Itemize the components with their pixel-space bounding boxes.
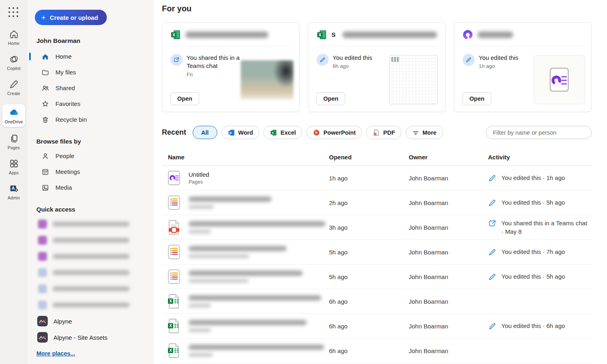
filter-pill-pdf[interactable]: PDF [366, 126, 401, 139]
plus-icon: + [41, 14, 46, 21]
table-header: Name Opened Owner Activity [162, 149, 592, 166]
pill-label: All [201, 129, 209, 136]
table-row[interactable]: 2h ago John Boarman You edited this · 5h… [162, 190, 592, 215]
filter-pill-excel[interactable]: X Excel [263, 126, 302, 139]
redacted-text [53, 238, 129, 243]
table-row[interactable]: X 6h ago John Boarman You edited this · … [162, 314, 592, 339]
sidebar-item-media[interactable]: Media [35, 180, 149, 195]
rail-item-create[interactable]: Create [2, 79, 26, 96]
table-row[interactable]: 5h ago John Boarman You edited this · 7h… [162, 240, 592, 265]
for-you-card-2[interactable]: X S You edited this 6h ago Open [308, 22, 446, 112]
rail-item-apps[interactable]: Apps [2, 159, 26, 175]
recent-filter-bar: Recent All W Word X Excel [162, 126, 592, 139]
edit-pencil-icon [465, 57, 472, 63]
excel-file-icon: X [167, 343, 181, 359]
rail-item-pages[interactable]: Pages [2, 133, 26, 150]
activity-cell: You edited this · 1h ago [482, 174, 592, 182]
media-image-icon [41, 184, 49, 192]
file-name: Untitled [189, 171, 209, 178]
redacted-text [53, 270, 129, 275]
for-you-card-1[interactable]: X You shared this in a Teams chat Fri [162, 22, 299, 112]
quick-access-item-redacted[interactable] [35, 216, 149, 232]
column-header-name[interactable]: Name [162, 154, 323, 161]
quick-access-item-redacted[interactable] [35, 232, 149, 248]
site-label: Alpyne - Site Assets [53, 334, 107, 341]
table-row[interactable]: X 6h ago John Boarman [162, 289, 592, 314]
sidebar-item-label: Meetings [55, 168, 80, 175]
edit-pencil-icon [488, 322, 497, 330]
redacted-file-subtitle [189, 328, 211, 332]
trash-icon [41, 116, 49, 124]
sidebar-item-shared[interactable]: Shared [35, 80, 149, 96]
rail-item-admin[interactable]: A Admin [2, 184, 26, 200]
open-button[interactable]: Open [463, 92, 491, 105]
table-row[interactable]: Untitled Pages 1h ago John Boarman You e… [162, 166, 592, 190]
rail-item-copilot[interactable]: Copilot [2, 54, 26, 71]
sidebar-item-home[interactable]: Home [35, 49, 149, 64]
open-button[interactable]: Open [316, 92, 345, 105]
column-header-activity[interactable]: Activity [482, 154, 592, 161]
table-row[interactable]: 3h ago John Boarman You shared this in a… [162, 215, 592, 240]
filter-pill-all[interactable]: All [193, 126, 217, 139]
opened-cell: 5h ago [323, 249, 403, 256]
filter-pill-more[interactable]: More [405, 126, 443, 139]
alpyne-site-icon [37, 316, 48, 326]
sidebar-item-favorites[interactable]: Favorites [35, 96, 149, 112]
file-thumbnail-blurred [241, 60, 293, 99]
recent-label: Recent [162, 128, 186, 137]
sidebar-item-my-files[interactable]: My files [35, 64, 149, 80]
quick-access-item-redacted[interactable] [35, 248, 149, 265]
pill-label: Word [238, 129, 253, 136]
sidebar-item-people[interactable]: People [35, 148, 149, 164]
site-icon [38, 220, 47, 229]
open-button[interactable]: Open [170, 92, 199, 105]
redacted-file-name [189, 295, 321, 301]
table-row[interactable]: X 6h ago John Boarman [162, 339, 592, 363]
sidebar-item-recycle-bin[interactable]: Recycle bin [35, 112, 149, 127]
main-content: For you X [154, 0, 607, 364]
quick-access-item-alpyne[interactable]: Alpyne [35, 313, 149, 329]
rail-item-label: OneDrive [4, 119, 23, 124]
shared-activity-badge [170, 54, 183, 66]
create-or-upload-label: Create or upload [50, 14, 98, 21]
pages-icon [9, 133, 19, 144]
activity-text: You edited this · 5h ago [501, 198, 565, 207]
for-you-card-3[interactable]: You edited this 1h ago Open [454, 22, 592, 112]
pencil-icon [9, 79, 19, 89]
rail-item-label: Admin [8, 195, 20, 200]
owner-cell: John Boarman [403, 273, 482, 280]
loop-file-icon [463, 30, 473, 40]
star-icon [41, 100, 49, 108]
filter-by-name-input[interactable] [486, 126, 592, 139]
agenda-file-icon [167, 244, 181, 260]
column-header-owner[interactable]: Owner [403, 154, 482, 161]
table-row[interactable]: 5h ago John Boarman You edited this · 5h… [162, 265, 592, 289]
quick-access-item-redacted[interactable] [35, 297, 149, 313]
filter-pill-word[interactable]: W Word [221, 126, 260, 139]
quick-access-item-alpyne-site-assets[interactable]: Alpyne - Site Assets [35, 329, 149, 345]
redacted-file-title [342, 32, 437, 38]
quick-access-item-redacted[interactable] [35, 265, 149, 281]
loop-page-thumbnail [534, 55, 585, 104]
svg-text:X: X [169, 324, 172, 328]
sidebar-item-label: Home [55, 53, 72, 60]
sidebar-item-meetings[interactable]: Meetings [35, 164, 149, 180]
onedrive-cloud-icon [9, 108, 19, 118]
rail-item-onedrive[interactable]: OneDrive [2, 104, 25, 127]
more-places-link[interactable]: More places... [36, 350, 75, 357]
opened-cell: 5h ago [323, 273, 403, 280]
redacted-file-name [189, 197, 272, 202]
site-icon [38, 301, 47, 309]
column-header-opened[interactable]: Opened [323, 154, 403, 161]
quick-access-item-redacted[interactable] [35, 281, 149, 297]
share-icon [488, 219, 497, 228]
edited-activity-badge [316, 54, 329, 66]
filter-pill-powerpoint[interactable]: P PowerPoint [306, 126, 362, 139]
app-launcher-waffle-icon[interactable] [8, 7, 19, 18]
site-label: Alpyne [53, 318, 72, 325]
apps-icon [9, 159, 19, 169]
rail-item-home[interactable]: Home [2, 29, 26, 46]
pill-label: PDF [383, 129, 395, 136]
create-or-upload-button[interactable]: + Create or upload [35, 10, 107, 25]
redacted-text [53, 303, 129, 307]
